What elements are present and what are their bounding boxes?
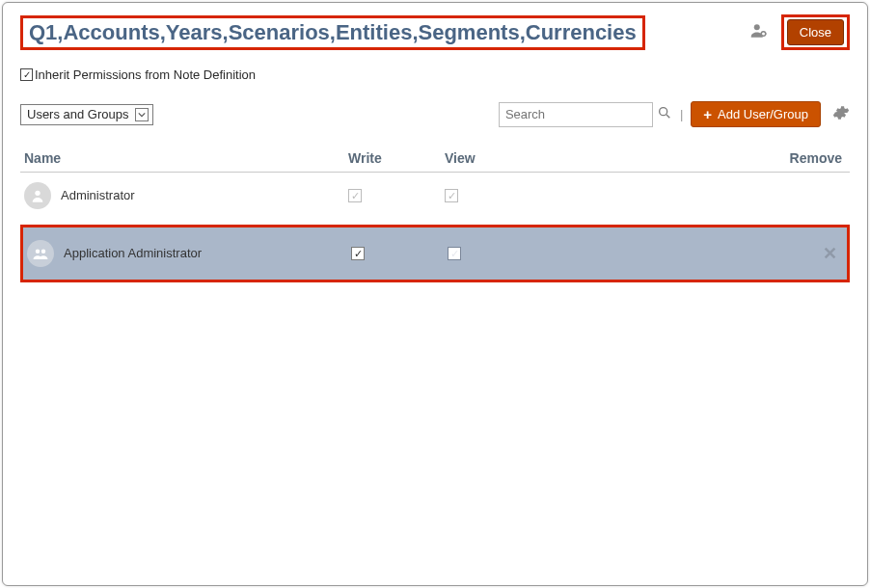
table-row[interactable]: Administrator ✓ ✓ [20,173,850,219]
inherit-checkbox[interactable]: ✓ [20,68,33,81]
remove-row-button[interactable]: ✕ [823,244,837,263]
add-user-group-button[interactable]: + Add User/Group [691,101,821,127]
dialog-title: Q1,Accounts,Years,Scenarios,Entities,Seg… [29,20,637,45]
write-checkbox[interactable]: ✓ [351,247,365,260]
row-write-cell: ✓ [351,246,448,261]
close-highlight-box: Close [781,14,850,50]
row-name-cell: Application Administrator [23,240,351,267]
user-avatar-icon [24,182,51,209]
toolbar-divider: | [680,107,683,121]
col-header-view: View [445,150,541,166]
title-highlight-box: Q1,Accounts,Years,Scenarios,Entities,Seg… [20,15,645,50]
svg-point-4 [36,249,41,254]
search-icon[interactable] [657,105,672,123]
group-avatar-icon [27,240,54,267]
svg-point-1 [761,32,766,37]
header-actions: Close [750,14,850,50]
row-view-cell: ✓ [448,246,544,261]
selected-row-highlight-box: Application Administrator ✓ ✓ ✕ [20,225,850,282]
view-checkbox: ✓ [445,189,458,202]
table-header: Name Write View Remove [20,145,850,173]
svg-point-3 [35,190,40,195]
row-view-cell: ✓ [445,188,541,203]
svg-point-0 [754,24,760,30]
inherit-label: Inherit Permissions from Note Definition [35,67,256,82]
row-name-label: Administrator [61,188,135,202]
permissions-dialog: Q1,Accounts,Years,Scenarios,Entities,Seg… [2,2,868,586]
table-row[interactable]: Application Administrator ✓ ✓ ✕ [23,227,847,280]
col-header-write: Write [348,150,445,166]
svg-point-2 [660,108,667,116]
svg-point-5 [41,249,46,254]
add-button-label: Add User/Group [718,107,808,121]
close-button[interactable]: Close [787,19,844,45]
filter-select[interactable]: Users and Groups [20,104,153,125]
inherit-permissions-row: ✓ Inherit Permissions from Note Definiti… [20,67,850,82]
search-input[interactable] [500,103,652,125]
toolbar: Users and Groups | + Add User/Group [20,101,850,127]
chevron-down-icon [135,108,149,121]
row-write-cell: ✓ [348,188,445,203]
dialog-header: Q1,Accounts,Years,Scenarios,Entities,Seg… [20,14,850,50]
view-checkbox[interactable]: ✓ [448,247,461,260]
search-box [499,102,653,127]
row-name-label: Application Administrator [64,246,202,260]
write-checkbox: ✓ [348,189,362,202]
col-header-remove: Remove [541,150,850,166]
col-header-name: Name [20,150,348,166]
plus-icon: + [703,107,712,121]
row-remove-cell: ✕ [544,243,847,264]
gear-icon[interactable] [832,104,850,124]
row-name-cell: Administrator [20,182,348,209]
filter-select-label: Users and Groups [27,107,129,121]
user-settings-icon[interactable] [750,22,768,42]
